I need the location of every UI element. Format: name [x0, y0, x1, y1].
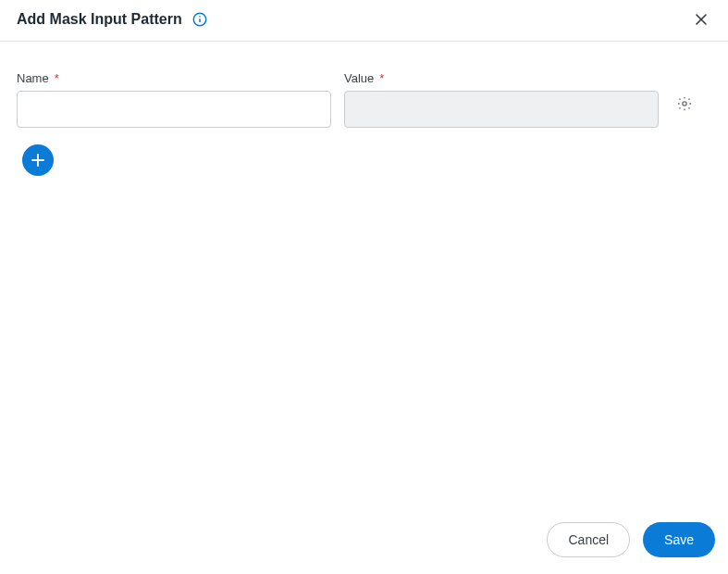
required-marker: * [55, 71, 59, 85]
header-left: Add Mask Input Pattern [17, 11, 208, 28]
close-icon[interactable] [691, 9, 711, 30]
name-label-row: Name * [17, 71, 331, 85]
name-field-group: Name * [17, 71, 331, 128]
svg-point-2 [199, 16, 201, 18]
dialog-header: Add Mask Input Pattern [0, 0, 728, 42]
save-button[interactable]: Save [643, 522, 715, 557]
name-input[interactable] [17, 91, 331, 128]
value-label-row: Value * [344, 71, 659, 85]
cancel-button[interactable]: Cancel [547, 522, 630, 557]
add-button[interactable] [22, 144, 54, 176]
plus-icon [31, 153, 45, 168]
gear-icon[interactable] [676, 95, 693, 112]
name-label: Name [17, 71, 49, 85]
value-field-group: Value * [344, 71, 659, 128]
value-input[interactable] [344, 91, 659, 128]
required-marker: * [379, 71, 384, 85]
value-label: Value [344, 71, 374, 85]
settings-column [672, 71, 697, 112]
dialog-footer: Cancel Save [547, 522, 715, 557]
dialog-title: Add Mask Input Pattern [17, 11, 182, 28]
svg-point-5 [683, 102, 686, 106]
add-row [0, 128, 728, 176]
form-area: Name * Value * [0, 42, 728, 128]
info-icon[interactable] [191, 11, 208, 28]
